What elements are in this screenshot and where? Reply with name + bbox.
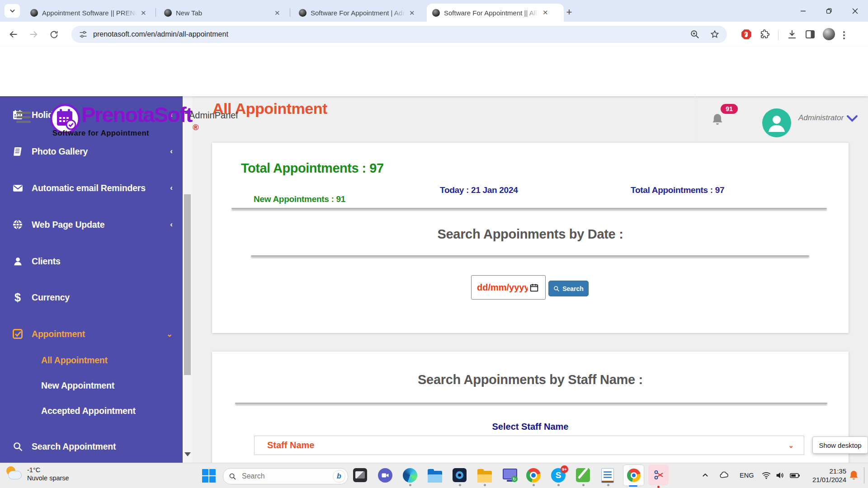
user-menu-chevron-icon[interactable] <box>846 115 858 123</box>
browser-tab-strip: Appointment Software || PRENOTA ✕ New Ta… <box>0 0 868 22</box>
window-minimize-button[interactable] <box>792 0 814 22</box>
browser-tab-1[interactable]: Appointment Software || PRENOTA ✕ <box>25 4 163 22</box>
user-avatar[interactable] <box>762 108 791 137</box>
taskbar-app-chrome-active[interactable] <box>623 465 644 486</box>
window-close-button[interactable] <box>844 0 866 22</box>
taskbar-app-folder[interactable] <box>477 469 492 483</box>
tray-notifications[interactable] <box>849 463 859 488</box>
tab-close-icon[interactable]: ✕ <box>409 9 415 17</box>
show-desktop-strip[interactable] <box>864 467 864 483</box>
taskbar-app-skype[interactable]: S9+ <box>551 468 566 483</box>
taskbar-app-file-explorer[interactable] <box>428 469 442 483</box>
new-tab-button[interactable]: + <box>562 5 576 19</box>
profile-avatar <box>823 28 835 40</box>
tray-date: 21/01/2024 <box>812 476 846 483</box>
browser-tab-2[interactable]: New Tab ✕ <box>159 4 297 22</box>
sidebar-item-photo-gallery[interactable]: Photo Gallery ‹ <box>0 144 183 159</box>
tray-onedrive[interactable] <box>719 463 730 488</box>
taskbar-app-notepad[interactable] <box>601 468 616 483</box>
url-bar[interactable]: prenotasoft.com/en/admin/all-appointment <box>71 26 727 43</box>
tray-wifi[interactable] <box>761 463 771 488</box>
dollar-icon: $ <box>12 292 24 303</box>
tray-volume[interactable] <box>775 463 785 488</box>
date-input[interactable] <box>471 275 546 300</box>
taskbar-app-media[interactable] <box>453 468 467 483</box>
site-settings-icon <box>79 30 88 39</box>
side-panel-icon <box>805 29 816 40</box>
sidebar-item-web-page-update[interactable]: Web Page Update ‹ <box>0 217 183 232</box>
taskbar-search-input[interactable] <box>241 472 320 481</box>
chevron-up-icon <box>702 472 709 479</box>
taskbar-search[interactable]: b <box>223 468 348 484</box>
tray-chevron-up[interactable] <box>702 463 709 488</box>
profile-button[interactable] <box>819 28 839 42</box>
tab-close-icon[interactable]: ✕ <box>141 9 146 17</box>
sidebar-item-appointment[interactable]: Appointment ⌄ <box>0 326 183 342</box>
browser-menu-button[interactable] <box>839 31 849 39</box>
toolbar-extensions-area <box>737 28 849 42</box>
tray-clock[interactable]: 21:35 21/01/2024 <box>808 463 846 488</box>
staff-name-select[interactable]: Staff Name ⌄ <box>254 436 804 455</box>
tray-battery[interactable] <box>789 463 800 488</box>
taskbar-weather-widget[interactable]: -1°C Nuvole sparse <box>5 465 69 483</box>
reload-button[interactable] <box>47 28 60 41</box>
back-button[interactable] <box>7 28 20 41</box>
divider <box>235 403 827 404</box>
taskbar-app-chrome[interactable] <box>526 468 541 483</box>
search-icon <box>229 473 236 480</box>
skype-badge: 9+ <box>561 465 568 473</box>
taskbar-app-photos[interactable] <box>353 468 368 483</box>
running-indicator <box>409 484 411 486</box>
divider <box>251 255 809 257</box>
video-camera-icon <box>381 471 389 479</box>
date-field[interactable] <box>476 282 528 293</box>
site-favicon <box>299 9 307 17</box>
taskbar-app-teams[interactable] <box>378 468 392 483</box>
user-role-label: Administrator <box>798 113 844 122</box>
star-icon <box>710 29 720 39</box>
taskbar-app-edge[interactable] <box>403 468 417 483</box>
sidebar-item-search-appointment[interactable]: Search Appointment <box>0 439 183 454</box>
photo-gallery-icon <box>12 146 24 157</box>
adblock-button[interactable] <box>737 28 756 42</box>
screen: Appointment Software || PRENOTA ✕ New Ta… <box>0 0 868 488</box>
browser-toolbar: prenotasoft.com/en/admin/all-appointment <box>0 22 868 47</box>
start-button[interactable] <box>202 469 216 483</box>
browser-tab-3[interactable]: Software For Appointment | Admin ✕ <box>293 4 430 22</box>
search-by-date-button[interactable]: Search <box>548 281 589 296</box>
select-chevron-icon: ⌄ <box>788 441 794 450</box>
site-favicon <box>164 9 172 17</box>
zoom-page-button[interactable] <box>690 29 700 39</box>
scroll-down-arrow[interactable] <box>184 452 191 456</box>
tab-close-icon[interactable]: ✕ <box>542 9 548 17</box>
tab-title: Software For Appointment || All <box>444 9 539 17</box>
close-icon <box>852 8 858 14</box>
reload-icon <box>49 30 59 39</box>
taskbar-app-image-editor[interactable] <box>576 468 590 483</box>
total-appointments-stat: Total Appointments : 97 <box>631 185 724 195</box>
taskbar-app-snipping-tool[interactable] <box>648 465 669 485</box>
bookmark-button[interactable] <box>710 29 720 39</box>
notification-bell-icon[interactable] <box>711 113 724 127</box>
stop-hand-icon <box>741 28 752 40</box>
window-restore-button[interactable] <box>818 0 840 22</box>
downloads-button[interactable] <box>783 29 801 42</box>
expanded-chevron-icon: ⌄ <box>166 329 173 339</box>
tab-close-icon[interactable]: ✕ <box>274 9 280 17</box>
calendar-picker-icon[interactable] <box>529 283 539 292</box>
sidebar-item-email-reminders[interactable]: Automatic email Reminders ‹ <box>0 180 183 196</box>
browser-tab-active[interactable]: Software For Appointment || All ✕ <box>427 4 564 22</box>
zoom-in-icon <box>690 29 700 39</box>
sidebar-scrollbar[interactable] <box>183 96 192 463</box>
tray-language[interactable]: ENG <box>740 463 754 488</box>
tab-search-button[interactable] <box>5 4 20 18</box>
chevron-down-icon <box>9 8 15 14</box>
sidebar-item-currency[interactable]: $ Currency <box>0 290 183 305</box>
scrollbar-thumb[interactable] <box>184 194 191 375</box>
side-panel-button[interactable] <box>801 29 819 42</box>
sidebar-item-clients[interactable]: Clients <box>0 253 183 269</box>
extensions-button[interactable] <box>756 29 774 41</box>
sidebar-toggle-button[interactable] <box>16 112 31 123</box>
taskbar-app-remote-desktop[interactable]: ↻ <box>502 468 517 483</box>
forward-button[interactable] <box>27 28 40 41</box>
